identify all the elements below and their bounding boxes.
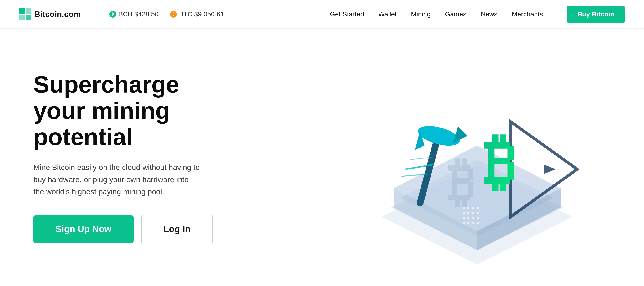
logo-area[interactable]: Bitcoin.com bbox=[19, 8, 81, 20]
svg-text:₿: ₿ bbox=[484, 127, 515, 197]
svg-rect-17 bbox=[477, 212, 479, 214]
bch-icon: ₿ bbox=[110, 11, 116, 18]
login-button[interactable]: Log In bbox=[141, 215, 213, 243]
buy-bitcoin-button[interactable]: Buy Bitcoin bbox=[567, 6, 625, 23]
btc-price: ₿ BTC $9,050.61 bbox=[170, 10, 224, 18]
svg-rect-21 bbox=[477, 217, 479, 219]
svg-rect-18 bbox=[463, 217, 465, 219]
bch-price-label: BCH $428.50 bbox=[118, 10, 158, 18]
svg-rect-14 bbox=[463, 212, 465, 214]
logo-text: Bitcoin.com bbox=[34, 9, 81, 19]
nav-merchants[interactable]: Merchants bbox=[512, 10, 543, 18]
hero-section: Supercharge your mining potential Mine B… bbox=[0, 28, 644, 286]
btc-price-label: BTC $9,050.61 bbox=[179, 10, 224, 18]
svg-rect-15 bbox=[468, 212, 470, 214]
svg-marker-28 bbox=[544, 164, 556, 174]
hero-content: Supercharge your mining potential Mine B… bbox=[34, 71, 215, 244]
nav-get-started[interactable]: Get Started bbox=[330, 10, 364, 18]
hero-subtitle: Mine Bitcoin easily on the cloud without… bbox=[34, 161, 200, 198]
price-ticker: ₿ BCH $428.50 ₿ BTC $9,050.61 bbox=[110, 10, 224, 18]
main-nav: Get Started Wallet Mining Games News Mer… bbox=[330, 6, 625, 23]
header: Bitcoin.com ₿ BCH $428.50 ₿ BTC $9,050.6… bbox=[0, 0, 644, 28]
nav-games[interactable]: Games bbox=[445, 10, 466, 18]
signup-button[interactable]: Sign Up Now bbox=[34, 216, 134, 243]
svg-rect-13 bbox=[477, 207, 479, 209]
svg-rect-25 bbox=[477, 222, 479, 224]
svg-rect-23 bbox=[468, 222, 470, 224]
bitcoin-logo-icon bbox=[19, 8, 32, 20]
nav-mining[interactable]: Mining bbox=[411, 10, 430, 18]
svg-rect-20 bbox=[472, 217, 474, 219]
svg-rect-2 bbox=[19, 15, 25, 20]
svg-rect-19 bbox=[468, 217, 470, 219]
svg-rect-3 bbox=[26, 15, 32, 20]
svg-rect-1 bbox=[26, 8, 32, 14]
svg-rect-0 bbox=[19, 8, 25, 14]
nav-wallet[interactable]: Wallet bbox=[378, 10, 397, 18]
bch-price: ₿ BCH $428.50 bbox=[110, 10, 158, 18]
hero-buttons: Sign Up Now Log In bbox=[34, 215, 215, 243]
svg-rect-24 bbox=[472, 222, 474, 224]
svg-text:₿: ₿ bbox=[448, 153, 475, 211]
hero-illustration: ₿ ₿ bbox=[310, 50, 644, 265]
svg-rect-16 bbox=[472, 212, 474, 214]
btc-icon: ₿ bbox=[170, 11, 177, 18]
hero-title: Supercharge your mining potential bbox=[34, 71, 215, 150]
nav-news[interactable]: News bbox=[481, 10, 498, 18]
svg-rect-22 bbox=[463, 222, 465, 224]
